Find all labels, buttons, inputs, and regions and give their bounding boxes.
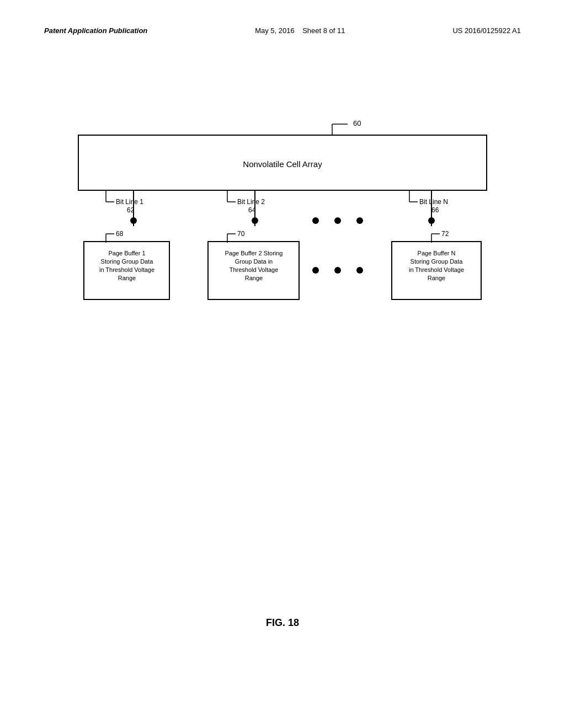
patent-page: Patent Application Publication May 5, 20… <box>0 0 565 728</box>
bit-line-n-ref: 66 <box>431 206 439 214</box>
figure-caption: FIG. 18 <box>0 617 565 629</box>
publication-date: May 5, 2016 <box>255 26 295 35</box>
diagram-container: 60 Nonvolatile Cell Array Bit Line 1 62 … <box>0 94 565 347</box>
middle-dot-2 <box>334 217 341 224</box>
patent-number: US 2016/0125922 A1 <box>452 26 521 35</box>
buffer-dot-1 <box>312 267 319 274</box>
page-buffer-n-line1: Page Buffer N <box>418 250 456 256</box>
publication-type: Patent Application Publication <box>44 26 147 35</box>
bit-line-n-dot <box>428 217 435 224</box>
bit-line-2-label: Bit Line 2 <box>237 198 265 206</box>
page-header: Patent Application Publication May 5, 20… <box>0 26 565 35</box>
bit-line-n-label: Bit Line N <box>419 198 448 206</box>
pbn-ref-label: 72 <box>441 230 449 238</box>
page-buffer-1-line4: Range <box>118 275 136 281</box>
page-buffer-n-line4: Range <box>428 275 445 281</box>
publication-date-and-sheet: May 5, 2016 Sheet 8 of 11 <box>255 26 345 35</box>
pb1-ref-label: 68 <box>116 230 124 238</box>
page-buffer-2-line3: Threshold Voltage <box>230 266 279 273</box>
page-buffer-1-line2: Storing Group Data <box>101 258 154 265</box>
page-buffer-2-line1: Page Buffer 2 Storing <box>225 250 283 256</box>
page-buffer-1-line1: Page Buffer 1 <box>108 250 145 256</box>
page-buffer-n-line2: Storing Group Data <box>411 258 463 265</box>
bit-line-1-label: Bit Line 1 <box>116 198 143 206</box>
page-buffer-1-line3: in Threshold Voltage <box>99 266 154 273</box>
page-buffer-2-line2: Group Data in <box>235 258 273 265</box>
page-buffer-2-line4: Range <box>245 275 263 281</box>
sheet-info: Sheet 8 of 11 <box>302 26 345 35</box>
bit-line-1-dot <box>130 217 137 224</box>
diagram-svg: 60 Nonvolatile Cell Array Bit Line 1 62 … <box>45 94 520 347</box>
middle-dot-1 <box>312 217 319 224</box>
middle-dot-3 <box>356 217 363 224</box>
cell-array-label: Nonvolatile Cell Array <box>243 159 322 169</box>
bit-line-2-dot <box>252 217 258 224</box>
pb2-ref-label: 70 <box>237 230 245 238</box>
buffer-dot-3 <box>356 267 363 274</box>
ref-60-label: 60 <box>353 119 361 127</box>
buffer-dot-2 <box>334 267 341 274</box>
page-buffer-n-line3: in Threshold Voltage <box>409 266 464 273</box>
